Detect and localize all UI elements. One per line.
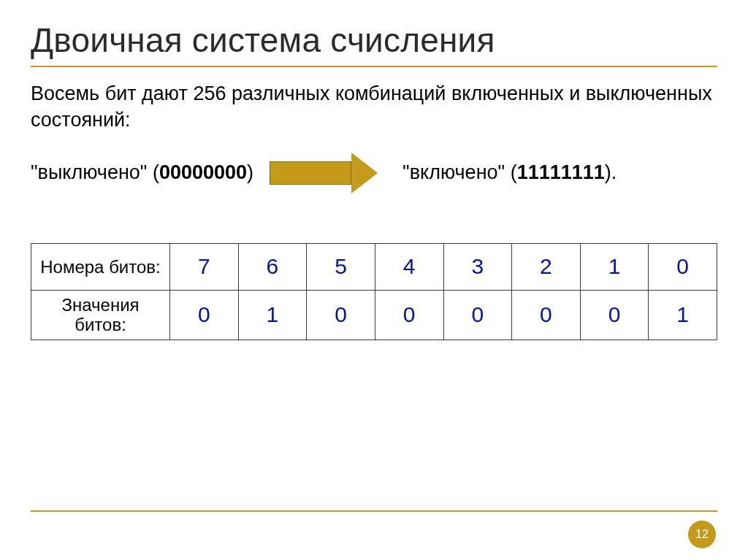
page-number-badge: 12 [688,521,716,548]
bit-numbers-label: Номера битов: [31,243,170,290]
on-code: 11111111 [517,161,605,183]
bit-number: 5 [307,243,375,290]
bit-number: 3 [443,243,512,290]
off-state: "выключено" (00000000) [31,161,253,184]
bit-value: 1 [649,290,717,340]
title-rule [31,66,717,67]
off-code: 00000000 [159,161,247,183]
bit-number: 1 [580,243,649,290]
bits-table: Номера битов: 7 6 5 4 3 2 1 0 Значения б… [31,243,717,340]
footer-rule [31,510,717,512]
arrow-icon [270,153,378,193]
bit-value: 1 [238,290,307,340]
on-close: ). [605,161,617,183]
bit-number: 2 [512,243,581,290]
table-row: Номера битов: 7 6 5 4 3 2 1 0 [31,243,717,290]
bit-number: 4 [375,243,443,290]
bit-number: 6 [238,243,307,290]
bit-number: 7 [170,243,239,290]
table-row: Значения битов: 0 1 0 0 0 0 0 1 [31,290,717,340]
bit-values-label: Значения битов: [31,290,170,340]
bit-value: 0 [443,290,512,340]
on-label: "включено" ( [402,161,517,183]
slide: Двоичная система счисления Восемь бит да… [0,0,748,560]
bit-value: 0 [375,290,443,340]
bit-value: 0 [580,290,649,340]
bit-value: 0 [307,290,375,340]
bit-value: 0 [170,290,239,340]
page-number: 12 [695,528,709,541]
on-state: "включено" (11111111). [402,161,617,184]
off-label: "выключено" ( [31,161,159,183]
bit-number: 0 [649,243,717,290]
slide-title: Двоичная система счисления [31,20,717,60]
off-close: ) [247,161,253,183]
states-row: "выключено" (00000000) "включено" (11111… [31,153,717,193]
bit-value: 0 [512,290,581,340]
body-text: Восемь бит дают 256 различных комбинаций… [31,80,717,134]
